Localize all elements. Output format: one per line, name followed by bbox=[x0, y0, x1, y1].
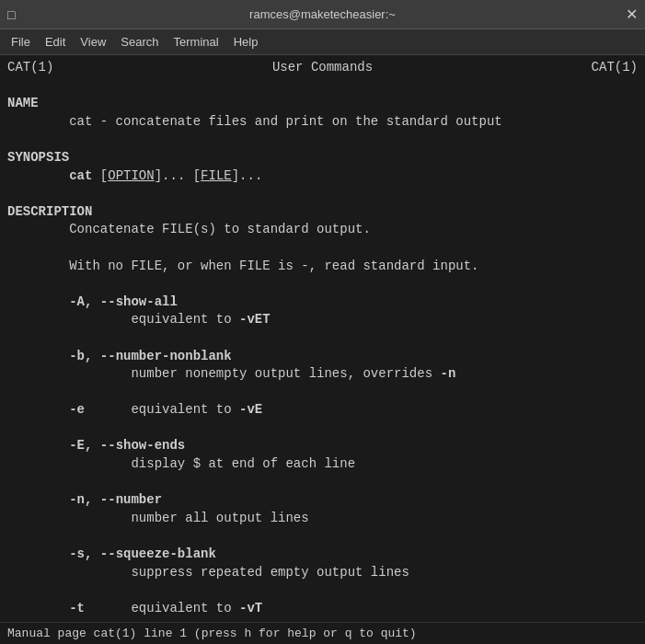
description-heading: DESCRIPTION bbox=[7, 203, 638, 222]
blank-line-7 bbox=[7, 384, 638, 402]
blank-line-11 bbox=[7, 581, 638, 600]
synopsis-heading: SYNOPSIS bbox=[7, 149, 638, 167]
close-button[interactable]: ✕ bbox=[626, 6, 638, 23]
name-content: cat - concatenate files and print on the… bbox=[7, 113, 638, 132]
header-center: User Commands bbox=[272, 59, 373, 77]
terminal-content: CAT(1) User Commands CAT(1) NAME cat - c… bbox=[0, 55, 645, 622]
menu-file[interactable]: File bbox=[4, 33, 38, 51]
blank-line-9 bbox=[7, 474, 638, 492]
blank-line-4 bbox=[7, 239, 638, 258]
opt-n-line: -n, --number bbox=[7, 491, 638, 510]
opt-a-line: -A, --show-all bbox=[7, 293, 638, 312]
blank-line-10 bbox=[7, 527, 638, 546]
menu-view[interactable]: View bbox=[73, 33, 113, 51]
opt-b-line: -b, --number-nonblank bbox=[7, 348, 638, 366]
desc-line-1: Concatenate FILE(s) to standard output. bbox=[7, 221, 638, 239]
desc-line-2: With no FILE, or when FILE is -, read st… bbox=[7, 258, 638, 276]
header-left: CAT(1) bbox=[7, 59, 53, 77]
blank-line-8 bbox=[7, 420, 638, 438]
opt-t-line: -t equivalent to -vT bbox=[7, 600, 638, 618]
opt-s-desc: suppress repeated empty output lines bbox=[7, 564, 638, 582]
menu-terminal[interactable]: Terminal bbox=[167, 33, 226, 51]
blank-line-3 bbox=[7, 185, 638, 203]
blank-line-6 bbox=[7, 329, 638, 348]
opt-b-desc: number nonempty output lines, overrides … bbox=[7, 365, 638, 384]
window-icon: □ bbox=[7, 7, 15, 22]
opt-bigE-line: -E, --show-ends bbox=[7, 437, 638, 455]
synopsis-content: cat [OPTION]... [FILE]... bbox=[7, 167, 638, 186]
menu-search[interactable]: Search bbox=[113, 33, 166, 51]
window-title: ramces@maketecheasier:~ bbox=[249, 7, 396, 21]
status-text: Manual page cat(1) line 1 (press h for h… bbox=[7, 627, 417, 640]
menu-help[interactable]: Help bbox=[226, 33, 266, 51]
opt-e-line: -e equivalent to -vE bbox=[7, 401, 638, 420]
blank-line-2 bbox=[7, 131, 638, 149]
menu-bar: File Edit View Search Terminal Help bbox=[0, 29, 645, 55]
opt-s-line: -s, --squeeze-blank bbox=[7, 546, 638, 564]
header-right: CAT(1) bbox=[592, 59, 638, 77]
opt-n-desc: number all output lines bbox=[7, 510, 638, 528]
opt-bigE-desc: display $ at end of each line bbox=[7, 455, 638, 474]
man-header: CAT(1) User Commands CAT(1) bbox=[7, 59, 638, 77]
status-bar: Manual page cat(1) line 1 (press h for h… bbox=[0, 622, 645, 644]
opt-a-desc: equivalent to -vET bbox=[7, 311, 638, 329]
menu-edit[interactable]: Edit bbox=[38, 33, 73, 51]
blank-line-1 bbox=[7, 77, 638, 96]
name-heading: NAME bbox=[7, 95, 638, 113]
blank-line-5 bbox=[7, 275, 638, 293]
title-bar: □ ramces@maketecheasier:~ ✕ bbox=[0, 0, 645, 29]
